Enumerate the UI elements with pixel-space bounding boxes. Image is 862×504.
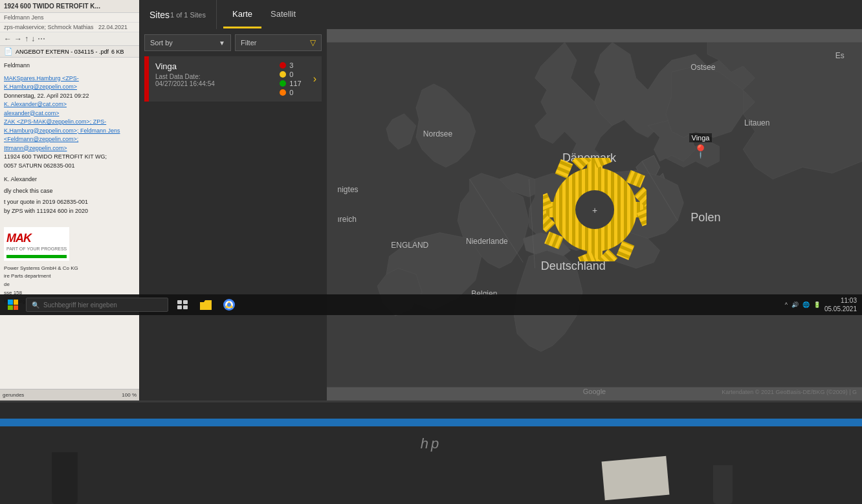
sites-sidebar: Sort by ▼ Filter ▽ Vinga Last Data Date:…	[139, 29, 327, 400]
taskbar-search[interactable]: 🔍	[26, 298, 168, 312]
notepad	[602, 456, 670, 500]
filter-dropdown[interactable]: Filter ▽	[235, 34, 322, 51]
red-dot-icon	[280, 62, 286, 69]
svg-text:+: +	[592, 205, 597, 215]
stat-green-value: 117	[289, 80, 301, 87]
site-timestamp: 04/27/2021 16:44:54	[155, 80, 267, 87]
task-view-icon[interactable]	[173, 296, 192, 314]
progress-bar	[6, 255, 67, 258]
svg-rect-29	[183, 305, 188, 309]
map-application: Sites 1 of 1 Sites Karte Satellit Sort b…	[139, 0, 862, 400]
mak-logo: MAK	[6, 230, 67, 247]
pin-label: Vinga	[689, 133, 713, 142]
email-body: Feldmann MAKSpares.Hamburg <ZPS- K.Hambu…	[0, 58, 139, 309]
site-name: Vinga	[155, 61, 267, 71]
site-stats: 3 0 117 0	[273, 56, 307, 102]
mak-tagline: PART OF YOUR PROGRESS	[6, 246, 67, 253]
chrome-icon[interactable]	[220, 296, 238, 314]
sites-header: Sites 1 of 1 Sites	[139, 0, 217, 29]
site-last-data-label: Last Data Date:	[155, 73, 267, 80]
back-btn[interactable]: ←	[4, 34, 12, 43]
taskbar: 🔍 ^ 🔊 🌐 �	[0, 294, 862, 315]
clock-date: 05.05.2021	[824, 305, 857, 313]
site-card-vinga[interactable]: Vinga Last Data Date: 04/27/2021 16:44:5…	[144, 56, 322, 102]
win-tile-1	[8, 300, 13, 305]
start-button[interactable]	[0, 294, 26, 315]
zoom-level: 100 %	[122, 392, 137, 398]
battery-icon[interactable]: 🔋	[813, 301, 821, 308]
map-tabs[interactable]: Karte Satellit	[217, 0, 311, 29]
win-tile-4	[14, 305, 19, 311]
stat-row-orange: 0	[280, 89, 301, 96]
speaker-icon[interactable]: 🔊	[791, 301, 799, 308]
tray-expand-icon[interactable]: ^	[785, 301, 788, 308]
svg-rect-27	[183, 300, 188, 304]
down-btn[interactable]: ↓	[31, 34, 35, 43]
monitor-blue-strip	[0, 419, 862, 426]
attachment-name: ANGEBOT EXTERN - 034115 - .pdf	[16, 49, 109, 55]
system-tray: ^ 🔊 🌐 🔋	[785, 301, 821, 308]
win-tile-3	[8, 305, 13, 311]
svg-rect-28	[177, 305, 182, 309]
monitor-logo: hp	[421, 435, 441, 452]
svg-rect-26	[177, 300, 182, 304]
site-card-arrow-icon[interactable]: ›	[308, 56, 322, 102]
green-dot-icon	[280, 80, 286, 87]
email-toolbar[interactable]: ← → ↑ ↓ ⋯	[0, 32, 139, 46]
attachment-size: 6 KB	[111, 49, 124, 55]
tab-map[interactable]: Karte	[223, 1, 261, 28]
stat-orange-value: 0	[289, 89, 293, 96]
email-header: 1924 600 TWIDO RETROFIT K...	[0, 0, 139, 13]
monitor-bezel: hp	[0, 400, 862, 504]
cable-right	[713, 465, 733, 504]
orange-dot-icon	[280, 89, 286, 96]
map-topbar: Sites 1 of 1 Sites Karte Satellit	[139, 0, 862, 29]
email-panel: 1924 600 TWIDO RETROFIT K... Feldmann Je…	[0, 0, 139, 400]
map-container[interactable]: Nordsee nigtes ıreich ENGLAND Niederland…	[327, 29, 862, 400]
sort-label: Sort by	[150, 39, 173, 47]
yellow-dot-icon	[280, 71, 286, 78]
search-input[interactable]	[43, 301, 162, 309]
chevron-down-icon: ▼	[219, 39, 225, 47]
taskbar-pinned-icons	[173, 296, 238, 314]
windows-logo-icon	[8, 300, 18, 310]
filter-label: Filter	[241, 39, 256, 47]
clock-time: 11:03	[824, 296, 857, 305]
stat-row-green: 117	[280, 80, 301, 87]
up-btn[interactable]: ↑	[25, 34, 28, 43]
filter-icon: ▽	[310, 38, 316, 47]
tab-satellite[interactable]: Satellit	[261, 1, 305, 28]
attachment-icon: 📄	[4, 47, 13, 56]
sites-count: 1 of 1 Sites	[170, 11, 206, 19]
more-btn[interactable]: ⋯	[38, 34, 45, 43]
status-text: gerundes	[3, 392, 24, 398]
forward-btn[interactable]: →	[14, 34, 22, 43]
sort-filter-bar: Sort by ▼ Filter ▽	[139, 29, 327, 56]
loading-gear-icon: +	[543, 158, 646, 261]
stat-row-yellow: 0	[280, 71, 301, 78]
stat-row-red: 3	[280, 61, 301, 69]
svg-point-32	[227, 303, 231, 307]
taskbar-right: ^ 🔊 🌐 🔋 11:03 05.05.2021	[785, 296, 862, 313]
stat-yellow-value: 0	[289, 71, 293, 78]
email-signature: MAK PART OF YOUR PROGRESS Power Systems …	[4, 222, 135, 305]
google-watermark: Google	[583, 388, 606, 395]
pin-icon: 📍	[692, 144, 709, 159]
email-status-bar: gerundes 100 %	[0, 389, 139, 400]
email-sender: Feldmann Jens	[0, 13, 139, 23]
system-clock[interactable]: 11:03 05.05.2021	[824, 296, 857, 313]
email-recipients: zps-makservice; Schmock Mathias 22.04.20…	[0, 23, 139, 32]
sites-label: Sites	[149, 10, 170, 20]
search-icon: 🔍	[32, 301, 39, 309]
map-copyright: Kartendaten © 2021 GeoBasis-DE/BKG (©200…	[722, 389, 857, 395]
site-card-content: Vinga Last Data Date: 04/27/2021 16:44:5…	[149, 56, 273, 102]
file-explorer-icon[interactable]	[197, 296, 215, 314]
network-icon[interactable]: 🌐	[802, 301, 810, 308]
cable-left	[52, 452, 78, 504]
email-subject-header: 1924 600 TWIDO RETROFIT K...	[4, 3, 100, 10]
win-tile-2	[14, 300, 19, 305]
location-pin-vinga: Vinga 📍	[689, 133, 713, 159]
stat-red-value: 3	[289, 61, 293, 69]
sort-dropdown[interactable]: Sort by ▼	[144, 34, 231, 51]
attachment-bar: 📄 ANGEBOT EXTERN - 034115 - .pdf 6 KB	[0, 46, 139, 58]
